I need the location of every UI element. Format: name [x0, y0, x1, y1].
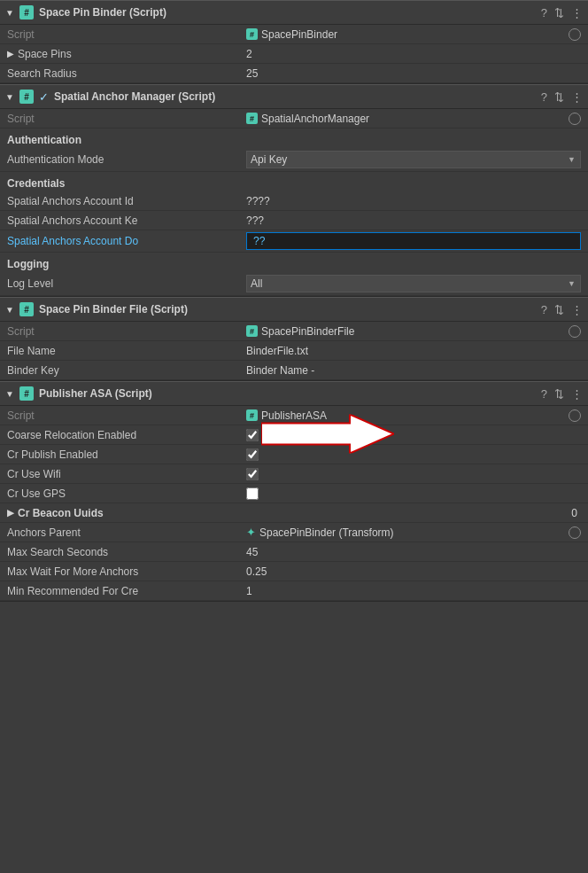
- binder-key-value[interactable]: Binder Name -: [246, 364, 581, 377]
- script-hash-icon: #: [246, 28, 258, 40]
- help-icon[interactable]: ?: [541, 90, 547, 104]
- account-id-row: Spatial Anchors Account Id ????: [0, 191, 588, 211]
- anchors-parent-value: ✦ SpacePinBinder (Transform): [246, 526, 581, 539]
- script-label: Script: [7, 409, 246, 422]
- cr-publish-checkbox[interactable]: [246, 448, 259, 461]
- space-pins-row: ▶ Space Pins 2: [0, 44, 588, 64]
- script-name: PublisherASA: [261, 409, 327, 422]
- script-circle-btn[interactable]: [569, 325, 581, 338]
- space-pin-binder-file-header[interactable]: ▼ # Space Pin Binder File (Script) ? ⇅ ⋮: [0, 297, 588, 322]
- search-radius-row: Search Radius 25: [0, 64, 588, 83]
- help-icon[interactable]: ?: [541, 387, 547, 401]
- max-wait-value[interactable]: 0.25: [246, 565, 581, 578]
- panel-title: Spatial Anchor Manager (Script): [54, 90, 536, 103]
- account-id-label: Spatial Anchors Account Id: [7, 195, 246, 207]
- script-label: Script: [7, 28, 246, 41]
- cr-beacon-row: ▶ Cr Beacon Uuids 0: [0, 503, 588, 523]
- auth-section-label: Authentication: [0, 129, 588, 148]
- header-icons: ? ⇅ ⋮: [541, 303, 583, 316]
- script-circle-btn[interactable]: [569, 409, 581, 422]
- search-radius-value: 25: [246, 67, 581, 80]
- cr-wifi-checkbox[interactable]: [246, 468, 259, 480]
- cr-gps-checkbox[interactable]: [246, 487, 259, 500]
- space-pins-triangle[interactable]: ▶: [7, 49, 14, 58]
- script-circle-btn[interactable]: [569, 113, 581, 125]
- publisher-asa-content: Script # PublisherASA Coarse Relocation …: [0, 406, 588, 601]
- space-pins-label: ▶ Space Pins: [7, 48, 246, 60]
- script-name: SpacePinBinderFile: [261, 325, 354, 338]
- script-circle-btn[interactable]: [569, 28, 581, 41]
- header-icons: ? ⇅ ⋮: [541, 90, 583, 104]
- account-domain-input[interactable]: [251, 234, 576, 248]
- script-value: # SpatialAnchorManager: [246, 113, 581, 125]
- search-radius-label: Search Radius: [7, 67, 246, 80]
- publisher-asa-header[interactable]: ▼ # Publisher ASA (Script) ? ⇅ ⋮: [0, 381, 588, 406]
- more-icon[interactable]: ⋮: [571, 303, 583, 316]
- space-pin-binder-content: Script # SpacePinBinder ▶ Space Pins 2 S…: [0, 25, 588, 83]
- collapse-triangle[interactable]: ▼: [5, 92, 14, 102]
- script-value: # SpacePinBinderFile: [246, 325, 581, 338]
- anchors-parent-row: Anchors Parent ✦ SpacePinBinder (Transfo…: [0, 523, 588, 542]
- binder-key-label: Binder Key: [7, 364, 246, 377]
- spatial-anchor-manager-panel: ▼ # ✓ Spatial Anchor Manager (Script) ? …: [0, 84, 588, 297]
- coarse-relocation-container: Coarse Relocation Enabled: [0, 425, 588, 445]
- account-domain-value[interactable]: [246, 232, 581, 250]
- enabled-checkmark[interactable]: ✓: [39, 90, 49, 104]
- settings-icon[interactable]: ⇅: [554, 6, 564, 19]
- space-pin-binder-file-content: Script # SpacePinBinderFile File Name Bi…: [0, 322, 588, 380]
- min-recommended-value[interactable]: 1: [246, 585, 581, 597]
- cr-gps-label: Cr Use GPS: [7, 487, 246, 500]
- anchors-parent-text: SpacePinBinder (Transform): [259, 526, 394, 539]
- panel-title: Space Pin Binder File (Script): [39, 303, 536, 316]
- script-row: Script # SpacePinBinderFile: [0, 322, 588, 341]
- help-icon[interactable]: ?: [541, 6, 547, 19]
- cr-gps-row: Cr Use GPS: [0, 484, 588, 503]
- more-icon[interactable]: ⋮: [571, 387, 583, 401]
- settings-icon[interactable]: ⇅: [554, 90, 564, 104]
- auth-mode-label: Authentication Mode: [7, 153, 246, 166]
- file-name-value[interactable]: BinderFile.txt: [246, 345, 581, 357]
- max-search-value[interactable]: 45: [246, 546, 581, 558]
- anchor-circle-btn[interactable]: [569, 526, 581, 539]
- log-level-row: Log Level All: [0, 272, 588, 296]
- anchors-parent-label: Anchors Parent: [7, 526, 246, 539]
- log-level-select[interactable]: All: [246, 275, 581, 292]
- auth-mode-row: Authentication Mode Api Key: [0, 148, 588, 172]
- account-key-value[interactable]: ???: [246, 214, 581, 227]
- more-icon[interactable]: ⋮: [571, 90, 583, 104]
- script-hash-icon: #: [246, 113, 258, 124]
- cr-publish-row: Cr Publish Enabled: [0, 445, 588, 464]
- anchor-icon: ✦: [246, 526, 256, 539]
- help-icon[interactable]: ?: [541, 303, 547, 316]
- min-recommended-label: Min Recommended For Cre: [7, 585, 246, 597]
- header-icons: ? ⇅ ⋮: [541, 6, 583, 19]
- more-icon[interactable]: ⋮: [571, 6, 583, 19]
- panel-title: Space Pin Binder (Script): [39, 6, 536, 19]
- cr-wifi-label: Cr Use Wifi: [7, 468, 246, 480]
- cr-wifi-row: Cr Use Wifi: [0, 464, 588, 484]
- log-level-dropdown[interactable]: All: [246, 275, 581, 292]
- collapse-triangle[interactable]: ▼: [5, 8, 14, 18]
- script-name: SpacePinBinder: [261, 28, 337, 41]
- collapse-triangle[interactable]: ▼: [5, 389, 14, 399]
- script-label: Script: [7, 113, 246, 125]
- cr-beacon-label: ▶ Cr Beacon Uuids: [7, 507, 571, 519]
- auth-mode-select[interactable]: Api Key: [246, 151, 581, 168]
- spatial-anchor-manager-header[interactable]: ▼ # ✓ Spatial Anchor Manager (Script) ? …: [0, 84, 588, 109]
- beacon-triangle[interactable]: ▶: [7, 508, 14, 518]
- settings-icon[interactable]: ⇅: [554, 387, 564, 401]
- settings-icon[interactable]: ⇅: [554, 303, 564, 316]
- account-id-value[interactable]: ????: [246, 195, 581, 207]
- min-recommended-row: Min Recommended For Cre 1: [0, 581, 588, 601]
- coarse-relocation-checkbox[interactable]: [246, 429, 259, 441]
- script-row: Script # PublisherASA: [0, 406, 588, 425]
- space-pin-binder-header[interactable]: ▼ # Space Pin Binder (Script) ? ⇅ ⋮: [0, 0, 588, 25]
- script-value: # PublisherASA: [246, 409, 581, 422]
- header-icons: ? ⇅ ⋮: [541, 387, 583, 401]
- hash-icon: #: [19, 386, 34, 401]
- script-value: # SpacePinBinder: [246, 28, 581, 41]
- auth-mode-dropdown[interactable]: Api Key: [246, 151, 581, 168]
- publisher-asa-panel: ▼ # Publisher ASA (Script) ? ⇅ ⋮ Script …: [0, 381, 588, 602]
- collapse-triangle[interactable]: ▼: [5, 305, 14, 315]
- hash-icon: #: [19, 302, 34, 316]
